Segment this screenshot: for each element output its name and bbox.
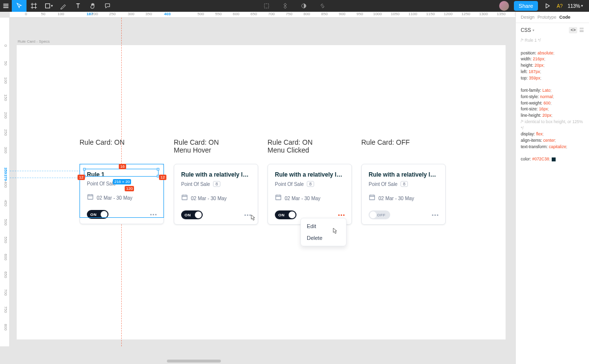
svg-rect-1 [265, 4, 269, 8]
toggle-switch[interactable]: ON [275, 210, 296, 219]
list-icon[interactable]: ☰ [579, 27, 584, 33]
dimension-badge: 16 [119, 164, 126, 169]
top-toolbar: ▾ Share A? 113%▾ [0, 0, 589, 12]
card-title: Rule with a relatively long na... [369, 171, 438, 178]
guide-horizontal [10, 178, 80, 178]
canvas[interactable]: Rule Card - Specs Rule Card: ONRule Card… [10, 18, 515, 346]
dimension-badge: 120 [125, 186, 134, 191]
context-menu: Edit Delete [300, 218, 347, 246]
more-icon[interactable] [432, 214, 438, 216]
selection-box-inner [84, 169, 159, 177]
section-title: Rule Card: ON [80, 138, 125, 146]
card-subtitle: Point Of Sale [181, 182, 210, 187]
svg-rect-4 [182, 195, 187, 200]
code-icon[interactable]: <> [569, 27, 577, 33]
date-range: 02 Mar - 30 May [285, 196, 321, 201]
rule-card: Rule with a relatively long na...Point O… [268, 164, 352, 225]
inspect-panel: Design Prototype Code CSS▾ <> ☰ /* Rule … [515, 12, 589, 364]
card-title: Rule with a relatively long na... [275, 171, 345, 178]
share-button[interactable]: Share [514, 1, 538, 11]
mask-icon[interactable] [296, 0, 311, 12]
resize-icon[interactable] [259, 0, 274, 12]
svg-rect-0 [46, 4, 50, 8]
toggle-switch[interactable]: ON [181, 210, 203, 219]
tab-prototype[interactable]: Prototype [537, 15, 557, 20]
tab-design[interactable]: Design [521, 15, 535, 20]
horizontal-ruler: 0501001872002503003504035005506006507007… [10, 12, 515, 18]
css-dropdown[interactable]: CSS▾ [521, 27, 535, 33]
avatar[interactable] [499, 1, 509, 11]
dimension-badge: 12 [159, 175, 166, 180]
section-title: Rule Card: ON Menu Hover [174, 138, 219, 154]
pen-tool-icon[interactable] [56, 0, 71, 12]
vertical-ruler: 0501001502002503003593794004505005506006… [0, 18, 10, 346]
dimension-badge: 12 [78, 175, 85, 180]
component-icon[interactable] [278, 0, 293, 12]
card-subtitle: Point Of Sale [275, 182, 304, 187]
calendar-icon [275, 194, 282, 203]
menu-item-edit[interactable]: Edit [301, 220, 346, 232]
svg-rect-6 [370, 195, 375, 200]
frame-tool-icon[interactable] [27, 0, 41, 12]
cursor-icon [248, 214, 256, 222]
panel-tabs: Design Prototype Code [516, 12, 589, 23]
card-title: Rule with a relatively long na... [181, 171, 251, 178]
move-tool-icon[interactable] [12, 0, 27, 12]
scrollbar-horizontal[interactable] [167, 360, 221, 363]
date-range: 02 Mar - 30 May [378, 196, 414, 201]
count-badge: 8 [401, 181, 408, 187]
more-icon[interactable] [338, 214, 345, 216]
calendar-icon [181, 194, 188, 203]
tab-code[interactable]: Code [560, 15, 571, 20]
zoom-level[interactable]: 113%▾ [567, 3, 583, 9]
date-range: 02 Mar - 30 May [191, 196, 227, 201]
link-icon[interactable] [315, 0, 330, 12]
count-badge: 8 [213, 181, 220, 187]
guide-horizontal [10, 171, 80, 171]
present-icon[interactable] [543, 0, 552, 12]
count-badge: 8 [307, 181, 314, 187]
css-code[interactable]: /* Rule 1 */ position: absolute; width: … [516, 37, 589, 162]
menu-item-delete[interactable]: Delete [301, 232, 346, 244]
hamburger-menu-icon[interactable] [0, 0, 12, 12]
calendar-icon [369, 194, 375, 203]
missing-fonts-badge[interactable]: A? [557, 3, 562, 9]
cursor-icon [330, 227, 338, 235]
comment-tool-icon[interactable] [100, 0, 115, 12]
size-badge: 216 × 20 [113, 179, 131, 184]
section-title: Rule Card: ON Menu Clicked [268, 138, 313, 154]
section-title: Rule Card: OFF [361, 138, 410, 146]
toggle-switch[interactable]: OFF [369, 210, 390, 219]
card-subtitle: Point Of Sale [369, 182, 398, 187]
text-tool-icon[interactable] [71, 0, 85, 12]
svg-rect-5 [276, 195, 281, 200]
rule-card: Rule with a relatively long na...Point O… [361, 164, 446, 225]
hand-tool-icon[interactable] [85, 0, 100, 12]
rule-card: Rule with a relatively long na...Point O… [174, 164, 258, 225]
frame-label: Rule Card - Specs [18, 39, 50, 44]
shape-tool-icon[interactable]: ▾ [41, 0, 56, 12]
